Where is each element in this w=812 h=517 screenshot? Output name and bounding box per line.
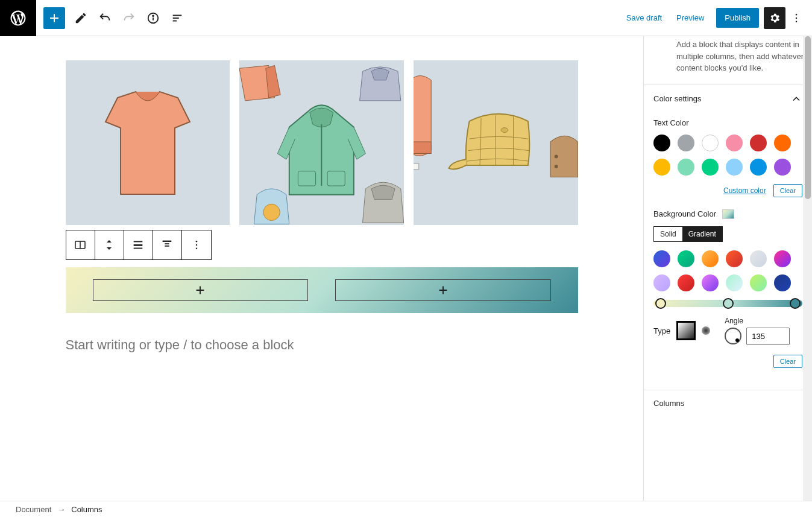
vertical-align-icon[interactable]: [153, 230, 182, 259]
gradient-swatch[interactable]: [750, 250, 767, 267]
background-color-label: Background Color: [653, 209, 716, 218]
columns-header[interactable]: Columns: [644, 390, 812, 416]
settings-button[interactable]: [764, 7, 785, 29]
image-hoodies[interactable]: [239, 60, 404, 225]
breadcrumb-arrow-icon: →: [57, 505, 65, 514]
svg-point-16: [555, 154, 558, 158]
svg-point-12: [263, 204, 280, 220]
column-appender-2[interactable]: [335, 279, 551, 301]
publish-button[interactable]: Publish: [716, 8, 759, 28]
radial-gradient-button[interactable]: [702, 326, 710, 335]
editor-topbar: Save draft Preview Publish: [0, 0, 812, 36]
svg-rect-25: [165, 246, 169, 247]
color-swatch[interactable]: [678, 135, 694, 151]
outline-button[interactable]: [166, 7, 188, 29]
gradient-stop-2[interactable]: [723, 298, 734, 309]
sidebar-scrollbar-track[interactable]: [803, 36, 812, 501]
color-swatch[interactable]: [678, 159, 694, 176]
gradient-stop-1[interactable]: [655, 298, 666, 309]
color-swatch[interactable]: [702, 135, 719, 151]
color-swatch[interactable]: [726, 135, 743, 151]
gradient-swatches: [653, 250, 802, 291]
redo-button[interactable]: [118, 7, 140, 29]
svg-rect-14: [414, 163, 419, 170]
angle-input[interactable]: [746, 328, 790, 345]
add-block-button[interactable]: [43, 7, 65, 29]
color-swatch[interactable]: [726, 159, 743, 176]
color-swatch[interactable]: [653, 135, 670, 151]
color-swatch[interactable]: [750, 159, 767, 176]
gradient-swatch[interactable]: [702, 250, 719, 267]
columns-block[interactable]: [66, 267, 578, 313]
clear-text-color-button[interactable]: Clear: [773, 184, 802, 197]
align-icon[interactable]: [124, 230, 153, 259]
svg-point-6: [796, 13, 798, 15]
default-block-placeholder[interactable]: Start writing or type / to choose a bloc…: [66, 337, 578, 353]
block-toolbar: [66, 230, 212, 260]
wordpress-logo[interactable]: [0, 0, 36, 36]
move-updown-icon[interactable]: [95, 230, 124, 259]
gradient-swatch[interactable]: [726, 274, 743, 291]
svg-point-2: [153, 15, 154, 16]
undo-button[interactable]: [94, 7, 116, 29]
breadcrumb: Document → Columns: [0, 501, 812, 517]
angle-circle-control[interactable]: [725, 328, 741, 344]
linear-gradient-button[interactable]: [676, 321, 696, 340]
svg-point-28: [195, 248, 197, 250]
svg-rect-5: [173, 20, 177, 21]
svg-point-15: [501, 128, 508, 133]
gradient-swatch[interactable]: [750, 274, 767, 291]
color-swatch[interactable]: [750, 135, 767, 151]
chevron-up-icon: [790, 93, 802, 105]
color-swatch[interactable]: [653, 159, 670, 176]
gradient-swatch[interactable]: [653, 250, 670, 267]
text-color-label: Text Color: [653, 118, 802, 127]
color-swatch[interactable]: [702, 159, 719, 176]
tab-solid[interactable]: Solid: [654, 227, 682, 241]
tab-gradient[interactable]: Gradient: [682, 227, 722, 241]
gradient-swatch[interactable]: [774, 274, 791, 291]
gradient-swatch[interactable]: [678, 250, 694, 267]
image-row: [66, 60, 578, 225]
color-type-tabs: Solid Gradient: [653, 226, 723, 242]
info-button[interactable]: [142, 7, 164, 29]
save-draft-link[interactable]: Save draft: [619, 13, 669, 22]
gradient-swatch[interactable]: [653, 274, 670, 291]
block-more-icon[interactable]: [182, 230, 211, 259]
color-settings-header[interactable]: Color settings: [644, 84, 812, 113]
block-description: Add a block that displays content in mul…: [644, 36, 812, 84]
gradient-swatch[interactable]: [726, 250, 743, 267]
clear-background-button[interactable]: Clear: [773, 355, 802, 368]
gradient-swatch[interactable]: [702, 274, 719, 291]
column-appender-1[interactable]: [93, 279, 309, 301]
gradient-stop-3[interactable]: [790, 298, 801, 309]
svg-point-17: [555, 165, 558, 168]
gradient-swatch[interactable]: [678, 274, 694, 291]
breadcrumb-root[interactable]: Document: [16, 505, 51, 514]
svg-rect-20: [134, 241, 143, 243]
preview-link[interactable]: Preview: [669, 13, 711, 22]
angle-label: Angle: [725, 317, 790, 325]
editor-canvas[interactable]: Start writing or type / to choose a bloc…: [0, 36, 643, 501]
svg-rect-4: [173, 17, 179, 19]
edit-icon[interactable]: [70, 7, 92, 29]
columns-type-icon[interactable]: [66, 230, 95, 259]
gradient-bar[interactable]: [653, 300, 802, 307]
more-menu-button[interactable]: [785, 7, 807, 29]
image-hats[interactable]: [414, 60, 578, 225]
svg-rect-3: [173, 14, 182, 16]
color-swatch[interactable]: [774, 159, 791, 176]
image-tshirt[interactable]: [66, 60, 230, 225]
svg-point-8: [796, 21, 798, 22]
svg-point-26: [195, 241, 197, 243]
svg-rect-13: [414, 142, 431, 153]
color-swatch[interactable]: [774, 135, 791, 151]
gradient-swatch[interactable]: [774, 250, 791, 267]
text-color-swatches: [653, 135, 802, 176]
sidebar-scrollbar-thumb[interactable]: [805, 36, 811, 199]
custom-color-link[interactable]: Custom color: [723, 186, 766, 195]
gradient-type-label: Type: [653, 326, 670, 335]
svg-point-27: [195, 244, 197, 246]
svg-rect-23: [163, 241, 172, 242]
breadcrumb-current[interactable]: Columns: [71, 505, 102, 514]
